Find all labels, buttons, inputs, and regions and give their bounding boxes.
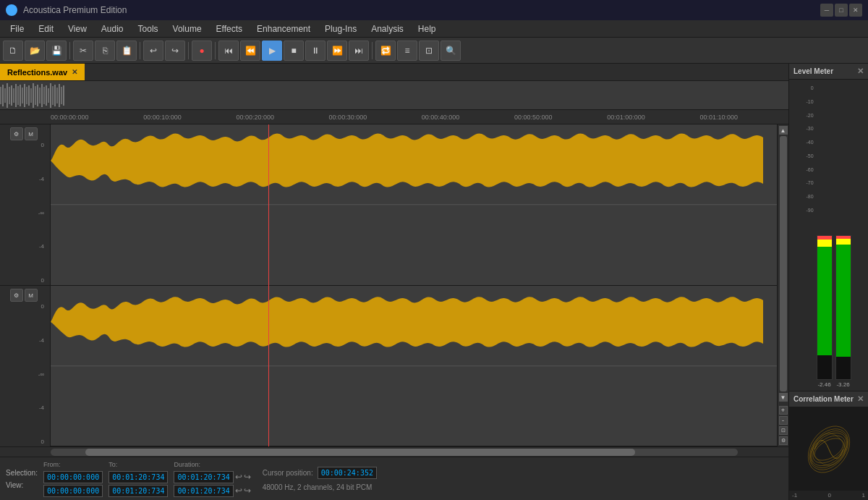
lissajous-display bbox=[796, 417, 861, 482]
record-button[interactable]: ● bbox=[192, 41, 212, 61]
track-2[interactable] bbox=[51, 286, 777, 447]
hscroll-track[interactable] bbox=[51, 449, 738, 456]
copy-button[interactable]: ⎘ bbox=[95, 41, 115, 61]
zoom-fit-btn[interactable]: ⊡ bbox=[779, 426, 788, 435]
zoom-settings-btn[interactable]: ⚙ bbox=[779, 436, 788, 445]
vscroll-up[interactable]: ▲ bbox=[779, 126, 788, 135]
svg-rect-3 bbox=[4, 88, 6, 103]
to-start-button[interactable]: ⏮ bbox=[218, 41, 239, 61]
window-controls: ─ □ ✕ bbox=[820, 4, 862, 17]
right-panel: Level Meter ✕ 0 -10 -20 -30 -40 -50 -60 … bbox=[788, 64, 868, 500]
level-meter-content: 0 -10 -20 -30 -40 -50 -60 -70 -80 -90 bbox=[789, 80, 868, 391]
menu-tools[interactable]: Tools bbox=[131, 22, 166, 35]
time-mark-1: 00:00:10:000 bbox=[143, 114, 182, 121]
wave-tab-reflections[interactable]: Reflections.wav ✕ bbox=[0, 64, 85, 80]
save-button[interactable]: 💾 bbox=[46, 41, 67, 61]
selection-to[interactable]: 00:01:20:734 bbox=[109, 471, 168, 483]
vscroll-thumb[interactable] bbox=[780, 136, 787, 391]
paste-button[interactable]: 📋 bbox=[116, 41, 137, 61]
menu-effects[interactable]: Effects bbox=[209, 22, 250, 35]
corr-scale-right: 1 bbox=[862, 492, 865, 499]
menu-help[interactable]: Help bbox=[411, 22, 443, 35]
track1-settings[interactable]: ⚙ bbox=[10, 127, 23, 140]
svg-rect-13 bbox=[26, 87, 27, 104]
main-content: Reflections.wav ✕ bbox=[0, 64, 868, 500]
undo-sel-icon[interactable]: ↩ bbox=[235, 472, 242, 482]
waveform-tracks[interactable] bbox=[51, 124, 777, 446]
track2-settings[interactable]: ⚙ bbox=[10, 289, 23, 302]
menu-enhancement[interactable]: Enhancement bbox=[250, 22, 318, 35]
new-button[interactable]: 🗋 bbox=[3, 41, 23, 61]
svg-rect-18 bbox=[37, 85, 38, 106]
view-to[interactable]: 00:01:20:734 bbox=[109, 485, 168, 497]
svg-rect-28 bbox=[59, 84, 60, 107]
menu-analysis[interactable]: Analysis bbox=[364, 22, 411, 35]
track2-mute[interactable]: M bbox=[25, 289, 38, 302]
view-duration[interactable]: 00:01:20:734 bbox=[174, 485, 233, 497]
fast-forward-button[interactable]: ⏩ bbox=[327, 41, 347, 61]
close-button[interactable]: ✕ bbox=[849, 4, 862, 17]
redo-button[interactable]: ↪ bbox=[165, 41, 185, 61]
zoom-out-btn[interactable]: - bbox=[779, 416, 788, 425]
view-from[interactable]: 00:00:00:000 bbox=[43, 485, 103, 497]
wave-overview[interactable] bbox=[0, 81, 788, 110]
selection-duration[interactable]: 00:01:20:734 bbox=[174, 471, 233, 483]
time-mark-3: 00:00:30:000 bbox=[329, 114, 367, 121]
duration-label: Duration: bbox=[174, 461, 250, 468]
svg-rect-21 bbox=[43, 87, 45, 104]
svg-rect-29 bbox=[61, 87, 62, 104]
loop-button[interactable]: 🔁 bbox=[375, 41, 396, 61]
svg-rect-11 bbox=[22, 88, 23, 103]
rewind-button[interactable]: ⏪ bbox=[240, 41, 260, 61]
svg-rect-17 bbox=[35, 86, 36, 105]
wave-tab-bar: Reflections.wav ✕ bbox=[0, 64, 788, 81]
cursor-position: 00:00:24:352 bbox=[318, 467, 377, 479]
sample-info: 48000 Hz, 2 channels, 24 bit PCM bbox=[263, 483, 377, 491]
svg-rect-2 bbox=[2, 85, 4, 106]
restore-button[interactable]: □ bbox=[835, 4, 848, 17]
vscroll-down[interactable]: ▼ bbox=[779, 393, 788, 402]
time-mark-0: 00:00:00:000 bbox=[51, 114, 89, 121]
menu-view[interactable]: View bbox=[61, 22, 94, 35]
search-button[interactable]: 🔍 bbox=[441, 41, 461, 61]
menu-plugins[interactable]: Plug-Ins bbox=[318, 22, 364, 35]
zoom-in-btn[interactable]: + bbox=[779, 406, 788, 415]
svg-rect-19 bbox=[39, 88, 41, 103]
playlist-button[interactable]: ≡ bbox=[397, 41, 417, 61]
play-button[interactable]: ▶ bbox=[262, 41, 282, 61]
menu-audio[interactable]: Audio bbox=[94, 22, 131, 35]
selection-from[interactable]: 00:00:00:000 bbox=[43, 471, 103, 483]
level-meter-close[interactable]: ✕ bbox=[857, 67, 864, 76]
cut-button[interactable]: ✂ bbox=[73, 41, 93, 61]
redo-view-icon[interactable]: ↪ bbox=[244, 486, 251, 496]
horizontal-scrollbar[interactable] bbox=[0, 446, 788, 457]
to-end-button[interactable]: ⏭ bbox=[349, 41, 369, 61]
minimize-button[interactable]: ─ bbox=[820, 4, 833, 17]
corr-meter-close[interactable]: ✕ bbox=[857, 394, 864, 404]
stop-button[interactable]: ■ bbox=[284, 41, 304, 61]
view-label: View: bbox=[6, 481, 38, 489]
open-button[interactable]: 📂 bbox=[25, 41, 45, 61]
undo-button[interactable]: ↩ bbox=[143, 41, 163, 61]
wave-tab-close[interactable]: ✕ bbox=[72, 68, 77, 76]
menu-volume[interactable]: Volume bbox=[166, 22, 209, 35]
info-bar: Selection: View: From: 00:00:00:000 00:0… bbox=[0, 457, 788, 500]
waveform-area: Reflections.wav ✕ bbox=[0, 64, 788, 500]
redo-sel-icon[interactable]: ↪ bbox=[244, 472, 251, 482]
level-meter-panel: Level Meter ✕ 0 -10 -20 -30 -40 -50 -60 … bbox=[789, 64, 868, 391]
menu-edit[interactable]: Edit bbox=[31, 22, 61, 35]
svg-rect-4 bbox=[7, 83, 8, 108]
pause-button[interactable]: ⏸ bbox=[305, 41, 326, 61]
track-1[interactable] bbox=[51, 124, 777, 286]
vertical-scrollbar[interactable]: ▲ ▼ + - ⊡ ⚙ bbox=[777, 124, 788, 446]
menu-file[interactable]: File bbox=[3, 22, 31, 35]
undo-view-icon[interactable]: ↩ bbox=[235, 486, 242, 496]
menubar: File Edit View Audio Tools Volume Effect… bbox=[0, 20, 868, 38]
svg-rect-27 bbox=[56, 88, 58, 103]
svg-rect-26 bbox=[54, 85, 56, 106]
hscroll-thumb[interactable] bbox=[85, 449, 635, 456]
toolbar-sep-2 bbox=[140, 42, 140, 59]
mixdown-button[interactable]: ⊡ bbox=[419, 41, 439, 61]
corr-meter-content bbox=[789, 407, 868, 491]
track1-mute[interactable]: M bbox=[25, 127, 38, 140]
